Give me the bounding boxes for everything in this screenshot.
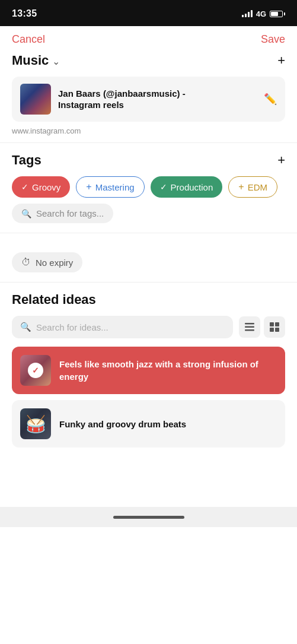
svg-rect-2: [245, 329, 254, 331]
cancel-button[interactable]: Cancel: [12, 33, 45, 46]
tag-edm-label: EDM: [248, 182, 267, 192]
tags-title: Tags: [12, 153, 41, 168]
home-indicator: [113, 516, 184, 519]
tag-mastering-label: Mastering: [95, 182, 135, 192]
tag-groovy[interactable]: ✓ Groovy: [12, 176, 70, 198]
save-button[interactable]: Save: [261, 33, 285, 46]
plus-icon: +: [86, 182, 91, 192]
music-url: www.instagram.com: [12, 126, 285, 135]
svg-rect-0: [245, 323, 254, 325]
music-title-row: Music ⌄: [12, 53, 60, 68]
related-ideas-title: Related ideas: [12, 292, 285, 307]
search-icon: 🔍: [20, 322, 31, 332]
tags-grid: ✓ Groovy + Mastering ✓ Production + EDM …: [12, 176, 285, 223]
person-icon: 🥁: [25, 414, 46, 434]
svg-rect-6: [275, 328, 279, 332]
status-time: 13:35: [12, 8, 37, 19]
music-card[interactable]: Jan Baars (@janbaarsmusic) - Instagram r…: [12, 77, 285, 122]
tag-production-label: Production: [171, 182, 213, 192]
expiry-badge[interactable]: ⏱ No expiry: [12, 252, 82, 272]
tag-mastering[interactable]: + Mastering: [76, 176, 144, 198]
battery-icon: [270, 11, 285, 17]
tag-groovy-label: Groovy: [32, 182, 60, 192]
search-bar-row: 🔍 Search for ideas...: [12, 316, 285, 338]
svg-rect-4: [275, 322, 279, 326]
svg-rect-5: [270, 328, 274, 332]
nav-bar: Cancel Save: [0, 26, 297, 53]
idea-check-icon: ✓: [28, 363, 43, 378]
list-view-button[interactable]: [239, 316, 260, 338]
idea-card-2[interactable]: 🥁 Funky and groovy drum beats: [12, 400, 285, 448]
grid-view-button[interactable]: [264, 316, 285, 338]
music-title: Music: [12, 53, 49, 68]
music-card-left: Jan Baars (@janbaarsmusic) - Instagram r…: [20, 84, 186, 115]
music-thumbnail: [20, 84, 51, 115]
idea-thumbnail-2: 🥁: [20, 408, 51, 439]
tags-section: Tags + ✓ Groovy + Mastering ✓ Production…: [0, 153, 297, 223]
related-ideas-section: Related ideas 🔍 Search for ideas...: [0, 292, 297, 448]
check-icon: ✓: [160, 182, 167, 192]
idea-thumbnail-1: ✓: [20, 355, 51, 386]
divider: [0, 142, 297, 143]
divider-2: [0, 233, 297, 233]
tag-search-input[interactable]: 🔍 Search for tags...: [12, 204, 113, 223]
music-card-title: Jan Baars (@janbaarsmusic) - Instagram r…: [58, 88, 186, 111]
expiry-section: ⏱ No expiry: [0, 243, 297, 282]
tags-header: Tags +: [12, 153, 285, 168]
ideas-search-bar[interactable]: 🔍 Search for ideas...: [12, 316, 233, 338]
idea-card-1[interactable]: ✓ Feels like smooth jazz with a strong i…: [12, 347, 285, 394]
music-section: Music ⌄ + Jan Baars (@janbaarsmusic) - I…: [0, 53, 297, 135]
add-music-button[interactable]: +: [277, 53, 285, 68]
plus-icon: +: [238, 182, 244, 192]
tag-production[interactable]: ✓ Production: [151, 176, 223, 198]
idea-text-1: Feels like smooth jazz with a strong inf…: [59, 358, 277, 383]
divider-3: [0, 282, 297, 283]
svg-rect-1: [245, 326, 254, 328]
music-info: Jan Baars (@janbaarsmusic) - Instagram r…: [58, 88, 186, 111]
check-icon: ✓: [21, 182, 28, 192]
status-icons: 4G: [242, 9, 285, 18]
chevron-down-icon[interactable]: ⌄: [52, 56, 60, 67]
status-bar: 13:35 4G: [0, 0, 297, 26]
signal-icon: [242, 10, 253, 17]
tag-edm[interactable]: + EDM: [228, 176, 277, 198]
add-tag-button[interactable]: +: [277, 153, 285, 168]
network-label: 4G: [256, 9, 266, 18]
idea-text-2: Funky and groovy drum beats: [59, 418, 277, 430]
tag-search-placeholder: Search for tags...: [36, 208, 104, 218]
ideas-search-placeholder: Search for ideas...: [36, 322, 108, 332]
bottom-bar: [0, 507, 297, 527]
expiry-label: No expiry: [36, 258, 73, 268]
view-icons: [239, 316, 285, 338]
svg-rect-3: [270, 322, 274, 326]
edit-icon[interactable]: ✏️: [264, 93, 277, 106]
clock-icon: ⏱: [21, 257, 31, 268]
music-section-header: Music ⌄ +: [12, 53, 285, 68]
search-icon: 🔍: [21, 209, 31, 218]
